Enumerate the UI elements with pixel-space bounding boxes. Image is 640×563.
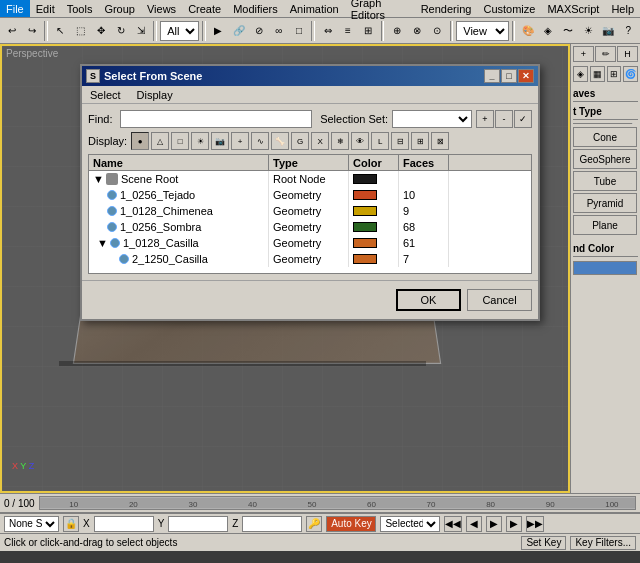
key-filters-btn[interactable]: Key Filters... xyxy=(570,536,636,550)
render-btn[interactable]: 🎨 xyxy=(518,20,537,42)
table-row[interactable]: ▼ 1_0128_Casilla Geometry 61 xyxy=(89,235,531,251)
timeline-track[interactable]: 10 20 30 40 50 60 70 80 90 100 xyxy=(39,496,636,510)
undo-btn[interactable]: ↩ xyxy=(2,20,21,42)
bind-btn[interactable]: ∞ xyxy=(269,20,288,42)
disp-btn-expand[interactable]: ⊞ xyxy=(411,132,429,150)
move-btn[interactable]: ✥ xyxy=(91,20,110,42)
table-row[interactable]: 1_0256_Sombra Geometry 68 xyxy=(89,219,531,235)
lock-btn[interactable]: 🔒 xyxy=(63,516,79,532)
shape-btn[interactable]: □ xyxy=(289,20,308,42)
pointer-btn[interactable]: ▶ xyxy=(209,20,228,42)
dialog-menu-select[interactable]: Select xyxy=(82,86,129,103)
auto-key-btn[interactable]: Auto Key xyxy=(326,516,376,532)
menu-rendering[interactable]: Rendering xyxy=(415,0,478,17)
set-key-btn[interactable]: Set Key xyxy=(521,536,566,550)
table-row[interactable]: 2_1250_Casilla Geometry 7 xyxy=(89,251,531,267)
x-input[interactable] xyxy=(94,516,154,532)
sel-set-icon2[interactable]: - xyxy=(495,110,513,128)
disp-btn-bones[interactable]: 🦴 xyxy=(271,132,289,150)
help2-btn[interactable]: ? xyxy=(619,20,638,42)
unlink-btn[interactable]: ⊘ xyxy=(249,20,268,42)
disp-btn-hidden[interactable]: 👁 xyxy=(351,132,369,150)
selected-dropdown[interactable]: Selected xyxy=(380,516,440,532)
display-row: Display: ● △ □ ☀ 📷 + ∿ 🦴 G X ❄ 👁 L ⊟ ⊞ xyxy=(88,132,532,150)
ok-button[interactable]: OK xyxy=(396,289,461,311)
main-toolbar: ↩ ↪ ↖ ⬚ ✥ ↻ ⇲ All ▶ 🔗 ⊘ ∞ □ ⇔ ≡ ⊞ ⊕ ⊗ ⊙ … xyxy=(0,18,640,44)
none-se-dropdown[interactable]: None Se xyxy=(4,516,59,532)
disp-btn-groups[interactable]: G xyxy=(291,132,309,150)
cancel-button[interactable]: Cancel xyxy=(467,289,532,311)
menu-tools[interactable]: Tools xyxy=(61,0,99,17)
cell-type-3: Geometry xyxy=(269,219,349,235)
array-btn[interactable]: ⊞ xyxy=(358,20,377,42)
disp-btn-xref[interactable]: X xyxy=(311,132,329,150)
menu-customize[interactable]: Customize xyxy=(477,0,541,17)
disp-btn-space[interactable]: ∿ xyxy=(251,132,269,150)
camera-btn[interactable]: 📷 xyxy=(599,20,618,42)
menu-views[interactable]: Views xyxy=(141,0,182,17)
menu-file[interactable]: File xyxy=(0,0,30,17)
layer-dropdown[interactable]: All xyxy=(160,21,199,41)
prev-frame-btn[interactable]: ◀◀ xyxy=(444,516,462,532)
snap-btn[interactable]: ⊕ xyxy=(387,20,406,42)
dialog-menu-display[interactable]: Display xyxy=(129,86,181,103)
snap3-btn[interactable]: ⊙ xyxy=(427,20,446,42)
disp-btn-cameras[interactable]: 📷 xyxy=(211,132,229,150)
disp-btn-helpers[interactable]: + xyxy=(231,132,249,150)
link-btn[interactable]: 🔗 xyxy=(229,20,248,42)
disp-btn-all[interactable]: ● xyxy=(131,132,149,150)
cell-type-5: Geometry xyxy=(269,251,349,267)
rotate-btn[interactable]: ↻ xyxy=(111,20,130,42)
mat-btn[interactable]: ◈ xyxy=(538,20,557,42)
menu-group[interactable]: Group xyxy=(98,0,141,17)
disp-btn-collapse[interactable]: ⊟ xyxy=(391,132,409,150)
disp-btn-shapes[interactable]: □ xyxy=(171,132,189,150)
table-row[interactable]: 1_0256_Tejado Geometry 10 xyxy=(89,187,531,203)
expand-icon-4[interactable]: ▼ xyxy=(97,237,108,249)
next-btn[interactable]: ▶ xyxy=(506,516,522,532)
menu-create[interactable]: Create xyxy=(182,0,227,17)
disp-btn-lights[interactable]: ☀ xyxy=(191,132,209,150)
y-input[interactable] xyxy=(168,516,228,532)
table-row[interactable]: 1_0128_Chimenea Geometry 9 xyxy=(89,203,531,219)
disp-btn-sub[interactable]: ⊠ xyxy=(431,132,449,150)
z-input[interactable] xyxy=(242,516,302,532)
scene-table[interactable]: Name Type Color Faces ▼ Scene Root Root … xyxy=(88,154,532,274)
disp-btn-geo[interactable]: △ xyxy=(151,132,169,150)
play-btn[interactable]: ▶ xyxy=(486,516,502,532)
dialog-title: Select From Scene xyxy=(104,70,202,82)
sel-set-icon3[interactable]: ✓ xyxy=(514,110,532,128)
scale-btn[interactable]: ⇲ xyxy=(131,20,150,42)
find-input[interactable] xyxy=(120,110,312,128)
sep3 xyxy=(202,21,206,41)
next-frame-btn[interactable]: ▶▶ xyxy=(526,516,544,532)
align-btn[interactable]: ≡ xyxy=(338,20,357,42)
key-icon[interactable]: 🔑 xyxy=(306,516,322,532)
view-dropdown[interactable]: View xyxy=(456,21,508,41)
menu-animation[interactable]: Animation xyxy=(284,0,345,17)
redo-btn[interactable]: ↪ xyxy=(22,20,41,42)
dialog-menu: Select Display xyxy=(82,86,538,104)
select-btn[interactable]: ↖ xyxy=(51,20,70,42)
prev-btn[interactable]: ◀ xyxy=(466,516,482,532)
disp-btn-layers[interactable]: L xyxy=(371,132,389,150)
selection-set-dropdown[interactable] xyxy=(392,110,472,128)
menu-edit[interactable]: Edit xyxy=(30,0,61,17)
curve-btn[interactable]: 〜 xyxy=(558,20,577,42)
dialog-minimize-btn[interactable]: _ xyxy=(484,69,500,83)
menu-help[interactable]: Help xyxy=(605,0,640,17)
expand-icon-0[interactable]: ▼ xyxy=(93,173,104,185)
light-btn[interactable]: ☀ xyxy=(579,20,598,42)
menu-maxscript[interactable]: MAXScript xyxy=(541,0,605,17)
dialog-close-btn[interactable]: ✕ xyxy=(518,69,534,83)
select-region-btn[interactable]: ⬚ xyxy=(71,20,90,42)
table-row[interactable]: ▼ Scene Root Root Node xyxy=(89,171,531,187)
menu-graph-editors[interactable]: Graph Editors xyxy=(345,0,415,17)
snap2-btn[interactable]: ⊗ xyxy=(407,20,426,42)
dialog-maximize-btn[interactable]: □ xyxy=(501,69,517,83)
sep6 xyxy=(450,21,454,41)
mirror-btn[interactable]: ⇔ xyxy=(318,20,337,42)
disp-btn-frozen[interactable]: ❄ xyxy=(331,132,349,150)
sel-set-icon1[interactable]: + xyxy=(476,110,494,128)
menu-modifiers[interactable]: Modifiers xyxy=(227,0,284,17)
